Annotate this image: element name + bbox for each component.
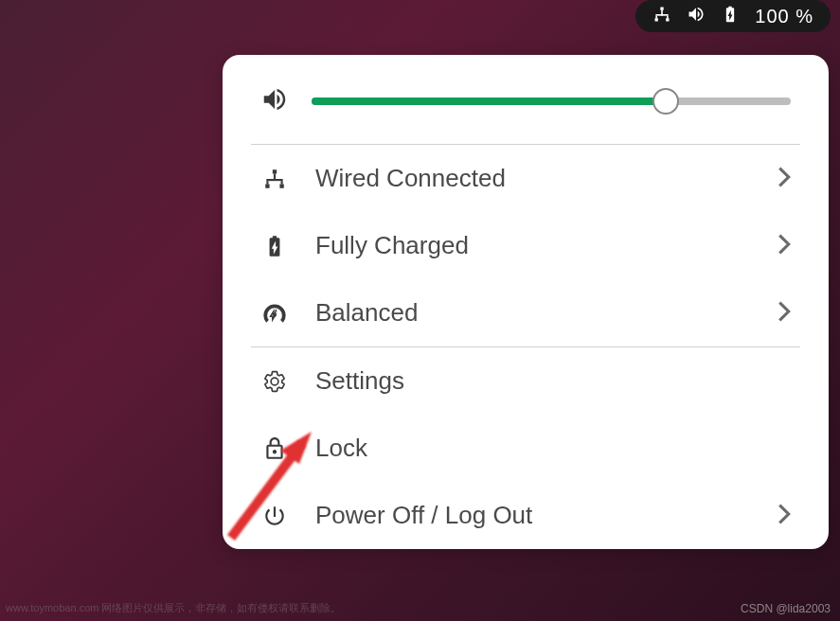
system-tray[interactable]: 100 % [635,0,831,32]
chevron-right-icon [777,301,791,326]
network-wired-icon [260,165,289,193]
svg-rect-8 [265,184,269,187]
volume-slider[interactable] [312,98,791,105]
volume-slider-row [223,55,829,144]
menu-item-label: Fully Charged [315,231,751,260]
svg-rect-11 [266,179,282,181]
menu-item-power-mode[interactable]: Balanced [223,279,829,346]
menu-item-power-off[interactable]: Power Off / Log Out [223,482,829,549]
gauge-icon [260,299,289,328]
svg-rect-12 [266,181,268,184]
svg-rect-1 [655,18,658,21]
slider-fill [312,98,666,105]
slider-thumb[interactable] [652,88,679,115]
svg-rect-15 [274,309,277,315]
svg-rect-7 [273,169,277,173]
watermark-left: www.toymoban.com 网络图片仅供展示，非存储，如有侵权请联系删除。 [6,601,341,615]
svg-rect-0 [661,7,664,9]
svg-rect-5 [656,15,658,18]
svg-rect-13 [281,181,283,184]
menu-item-label: Power Off / Log Out [315,501,751,530]
svg-rect-9 [279,184,283,187]
menu-item-label: Settings [315,366,791,396]
volume-icon [260,85,289,117]
network-icon [652,5,671,28]
menu-item-label: Balanced [315,298,751,328]
menu-item-battery[interactable]: Fully Charged [223,212,829,279]
menu-item-label: Lock [315,434,791,463]
menu-item-label: Wired Connected [315,164,751,193]
battery-charging-icon [260,232,289,260]
svg-rect-4 [656,14,669,16]
menu-item-settings[interactable]: Settings [223,347,829,415]
chevron-right-icon [777,234,791,258]
lock-icon [260,435,289,463]
svg-rect-2 [666,18,669,21]
power-icon [260,502,289,530]
battery-percentage: 100 % [755,6,813,27]
gear-icon [260,367,289,396]
system-menu-popup: Wired Connected Fully Charged Balanced S… [223,55,829,549]
svg-rect-6 [667,15,669,18]
battery-charging-icon [721,5,740,28]
chevron-right-icon [777,504,791,528]
menu-item-network[interactable]: Wired Connected [223,145,829,212]
watermark-right: CSDN @lida2003 [741,602,831,615]
chevron-right-icon [777,167,791,191]
volume-icon [687,5,706,28]
menu-item-lock[interactable]: Lock [223,415,829,482]
